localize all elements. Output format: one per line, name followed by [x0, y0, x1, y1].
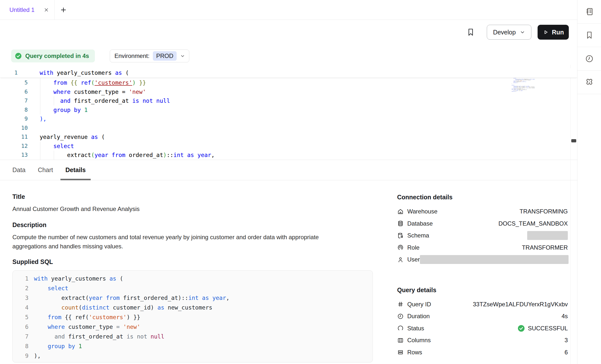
detail-value: 4s	[562, 313, 568, 320]
rows-icon	[397, 349, 404, 356]
results-tab-bar: Data Chart Details	[0, 160, 577, 180]
close-tab-icon[interactable]	[43, 7, 49, 13]
detail-label: Status	[407, 325, 424, 332]
detail-label: Schema	[407, 232, 429, 239]
columns-icon	[397, 337, 404, 344]
detail-row-status: StatusSUCCESSFUL	[397, 322, 568, 335]
code-line: 5 from {{ ref('customers') }}	[0, 78, 577, 87]
detail-value: 3	[565, 337, 568, 344]
detail-label: Role	[407, 244, 419, 251]
detail-row-database: DatabaseDOCS_TEAM_SANDBOX	[397, 218, 568, 230]
bookmark-icon	[585, 31, 594, 40]
redacted-value	[527, 231, 568, 240]
dbt-copilot-icon	[585, 78, 594, 87]
right-icon-sidebar	[577, 0, 601, 364]
connection-details-heading: Connection details	[397, 194, 568, 201]
hash-icon	[397, 301, 404, 308]
code-line: 13 extract(year from ordered_at)::int as…	[0, 151, 577, 160]
query-title: Annual Customer Growth and Revenue Analy…	[12, 204, 373, 213]
sidebar-history-button[interactable]	[577, 47, 601, 71]
code-line: 7 and first_ordered_at is not null	[13, 332, 373, 341]
new-tab-button[interactable]	[55, 0, 72, 20]
code-line: 8 group by 1	[13, 341, 373, 351]
detail-label: Warehouse	[407, 208, 437, 215]
scrollbar-thumb[interactable]	[571, 139, 576, 142]
detail-value: SUCCESSFUL	[517, 324, 568, 332]
code-line: 11yearly_revenue as (	[0, 132, 577, 142]
query-details-heading: Query details	[397, 286, 568, 294]
chevron-down-icon	[520, 29, 525, 35]
develop-dropdown[interactable]: Develop	[487, 25, 531, 40]
environment-badge: PROD	[153, 51, 176, 61]
detail-row-query-id: Query ID33TZseWpe1ALFDUYerxR1gVKxbv	[397, 298, 568, 311]
tab-data[interactable]: Data	[7, 160, 30, 180]
sidebar-bookmark-button[interactable]	[577, 24, 601, 47]
code-line: 10	[13, 361, 373, 363]
run-button[interactable]: Run	[538, 25, 569, 40]
editor-tab-bar: Untitled 1	[0, 0, 577, 20]
query-status-text: Query completed in 4s	[25, 52, 89, 59]
detail-value: 33TZseWpe1ALFDUYerxR1gVKxbv	[473, 301, 568, 308]
code-line: 2 select	[13, 284, 373, 293]
detail-row-warehouse: WarehouseTRANSFORMING	[397, 206, 568, 218]
detail-row-columns: Columns3	[397, 334, 568, 346]
check-circle-icon	[15, 52, 22, 60]
detail-value: TRANSFORMING	[519, 208, 568, 215]
history-icon	[585, 54, 594, 63]
detail-label: Database	[407, 220, 433, 227]
query-status-pill: Query completed in 4s	[11, 50, 95, 62]
database-icon	[397, 220, 404, 227]
tab-details[interactable]: Details	[60, 160, 91, 180]
detail-label: Query ID	[407, 301, 431, 308]
code-line: 3 extract(year from first_ordered_at)::i…	[13, 293, 373, 303]
notebook-icon	[585, 7, 594, 16]
bookmark-icon	[466, 28, 475, 37]
environment-label: Environment:	[114, 52, 149, 59]
editor-sticky-line: 1with yearly_customers as (	[0, 68, 577, 78]
detail-row-rows: Rows6	[397, 346, 568, 359]
detail-row-user: User	[397, 254, 568, 266]
sql-editor[interactable]: 1with yearly_customers as ( 5 from {{ re…	[0, 65, 577, 160]
check-circle-icon	[517, 324, 525, 332]
develop-label: Develop	[493, 29, 516, 36]
detail-label: Columns	[407, 337, 431, 344]
environment-selector[interactable]: Environment: PROD	[110, 50, 189, 62]
detail-value	[420, 255, 569, 264]
detail-value: DOCS_TEAM_SANDBOX	[498, 220, 568, 227]
detail-row-schema: Schema	[397, 230, 568, 242]
code-line: 12 select	[0, 142, 577, 151]
code-line: 9),	[13, 351, 373, 361]
spinner-icon	[397, 325, 404, 332]
description-heading: Description	[12, 221, 373, 229]
run-label: Run	[552, 29, 564, 36]
title-heading: Title	[12, 193, 373, 200]
play-icon	[543, 29, 549, 35]
app-window: Untitled 1 Develop Run Query completed i…	[0, 0, 601, 364]
redacted-value	[420, 255, 569, 264]
sidebar-dbt-copilot-button[interactable]	[577, 71, 601, 94]
scrollbar-track	[571, 65, 571, 364]
code-line: 6 where customer_type = 'new'	[13, 322, 373, 332]
supplied-sql-block: 1with yearly_customers as (2 select3 ext…	[12, 270, 373, 363]
code-line: 5 from {{ ref('customers') }}	[13, 312, 373, 322]
plus-icon	[60, 6, 67, 13]
sidebar-notebook-button[interactable]	[577, 0, 601, 24]
schema-icon	[397, 232, 404, 239]
query-description: Compute the number of new customers and …	[12, 233, 349, 251]
tab-chart[interactable]: Chart	[33, 160, 58, 180]
code-line: 10	[0, 124, 577, 133]
duration-icon	[397, 313, 404, 320]
code-line: 8 group by 1	[0, 105, 577, 115]
detail-label: User	[407, 256, 420, 263]
detail-row-role: RoleTRANSFORMER	[397, 242, 568, 254]
detail-value: TRANSFORMER	[522, 244, 568, 251]
role-icon	[397, 244, 404, 251]
chevron-down-icon	[180, 53, 185, 58]
tab-untitled-1[interactable]: Untitled 1	[0, 0, 55, 20]
bookmark-query-button[interactable]	[466, 28, 475, 37]
code-line: 4 count(distinct customer_id) as new_cus…	[13, 303, 373, 312]
detail-value: 6	[565, 349, 568, 356]
warehouse-icon	[397, 208, 404, 215]
tab-label: Untitled 1	[9, 6, 34, 13]
detail-label: Duration	[407, 313, 430, 320]
